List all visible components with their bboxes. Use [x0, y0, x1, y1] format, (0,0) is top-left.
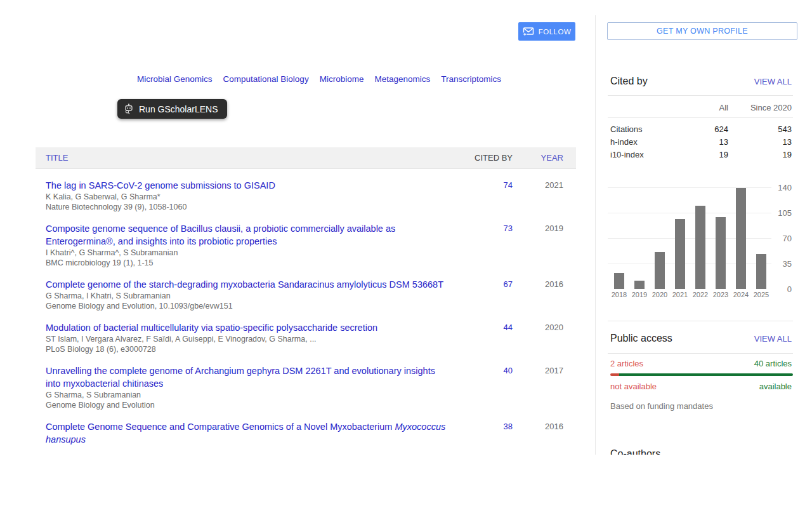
chart-plot-area — [608, 183, 771, 289]
public-access-progress-bar — [610, 373, 793, 376]
run-gscholarlens-button[interactable]: Run GScholarLENS — [117, 99, 227, 119]
article-year: 2020 — [513, 321, 576, 354]
robot-magnifier-icon — [124, 104, 134, 114]
metrics-row-h-index: h-index 13 13 — [608, 136, 798, 149]
article-authors: I Khatri^, G Sharma^, S Subramanian — [46, 248, 447, 258]
citation-bar[interactable] — [675, 219, 685, 289]
available-label: available — [759, 382, 792, 391]
sort-by-title-link[interactable]: TITLE — [46, 153, 68, 163]
available-count: 40 articles — [754, 359, 792, 368]
cited-by-view-all-link[interactable]: VIEW ALL — [754, 77, 792, 86]
articles-table-header: TITLE CITED BY YEAR — [36, 147, 576, 169]
metric-value-all: 13 — [690, 136, 728, 149]
citation-bar[interactable] — [756, 254, 766, 289]
divider — [608, 95, 793, 96]
citations-chart-xlabels: 20182019202020212022202320242025 — [609, 291, 771, 298]
chart-ytick-label: 0 — [787, 284, 792, 294]
citation-bar[interactable] — [716, 217, 726, 289]
article-row: Complete genome of the starch-degrading … — [36, 278, 576, 311]
article-title-link[interactable]: Unravelling the complete genome of Archa… — [46, 364, 447, 390]
metric-label: Citations — [610, 123, 690, 136]
article-venue: PLoS Biology 18 (6), e3000728 — [46, 344, 447, 354]
article-cited-by-link[interactable]: 44 — [462, 321, 513, 354]
article-title-link[interactable]: Complete genome of the starch-degrading … — [46, 278, 447, 291]
citation-bar[interactable] — [695, 206, 705, 289]
chart-ytick-label: 105 — [778, 208, 792, 218]
article-venue: Genome Biology and Evolution — [46, 400, 447, 410]
article-row: Unravelling the complete genome of Archa… — [36, 364, 576, 410]
citation-bar[interactable] — [614, 273, 624, 289]
follow-button-label: FOLLOW — [539, 28, 572, 36]
metric-value-all: 624 — [690, 123, 728, 136]
article-cited-by-link[interactable]: 73 — [462, 222, 513, 268]
article-authors: G Sharma, I Khatri, S Subramanian — [46, 291, 447, 301]
divider — [608, 353, 793, 354]
interest-link-microbial-genomics[interactable]: Microbial Genomics — [137, 74, 213, 84]
chart-year-label: 2019 — [629, 291, 650, 298]
article-year: 2017 — [513, 364, 576, 410]
article-year: 2016 — [513, 420, 576, 446]
article-cited-by-link[interactable]: 74 — [462, 179, 513, 212]
chart-year-label: 2020 — [650, 291, 670, 298]
interest-link-computational-biology[interactable]: Computational Biology — [223, 74, 309, 84]
article-row: Composite genome sequence of Bacillus cl… — [36, 222, 576, 268]
viewport-clip: FOLLOW GET MY OWN PROFILE Microbial Geno… — [0, 0, 812, 455]
chart-ytick-label: 35 — [783, 259, 792, 269]
metric-value-since: 543 — [728, 123, 792, 136]
chart-year-label: 2023 — [710, 291, 731, 298]
interest-link-metagenomics[interactable]: Metagenomics — [374, 74, 430, 84]
metrics-column-headers: All Since 2020 — [608, 102, 798, 114]
cited-by-header: Cited by VIEW ALL — [608, 76, 798, 87]
sort-by-year-link[interactable]: YEAR — [541, 153, 563, 163]
article-cited-by-link[interactable]: 67 — [462, 278, 513, 311]
sidebar: Cited by VIEW ALL All Since 2020 Citatio… — [608, 0, 798, 455]
public-access-title: Public access — [610, 333, 672, 344]
citation-bar[interactable] — [634, 281, 645, 289]
article-title-link[interactable]: Composite genome sequence of Bacillus cl… — [46, 222, 447, 248]
available-segment — [619, 373, 793, 376]
article-authors: K Kalia, G Saberwal, G Sharma* — [46, 192, 447, 202]
follow-button[interactable]: FOLLOW — [518, 22, 575, 41]
article-title-link[interactable]: Modulation of bacterial multicellularity… — [46, 321, 447, 334]
metric-value-all: 19 — [690, 149, 728, 161]
interest-link-microbiome[interactable]: Microbiome — [320, 74, 364, 84]
citations-per-year-chart: 20182019202020212022202320242025 1401057… — [608, 183, 798, 298]
interest-link-transcriptomics[interactable]: Transcriptomics — [441, 74, 501, 84]
public-access-view-all-link[interactable]: VIEW ALL — [754, 334, 792, 344]
metrics-row-citations: Citations 624 543 — [608, 123, 798, 136]
citation-bar[interactable] — [736, 188, 746, 289]
article-title-link[interactable]: Complete Genome Sequence and Comparative… — [46, 420, 447, 446]
article-venue: Nature Biotechnology 39 (9), 1058-1060 — [46, 202, 447, 212]
metrics-col-since: Since 2020 — [728, 102, 792, 114]
chart-year-label: 2025 — [751, 291, 771, 298]
not-available-count: 2 articles — [610, 359, 643, 368]
article-venue: BMC microbiology 19 (1), 1-15 — [46, 258, 447, 268]
metric-value-since: 13 — [728, 136, 792, 149]
cited-by-title: Cited by — [610, 76, 648, 87]
sort-by-cited-link[interactable]: CITED BY — [475, 153, 513, 163]
follow-envelope-plus-icon — [523, 27, 534, 36]
citation-bar[interactable] — [655, 252, 665, 289]
article-venue: Genome Biology and Evolution, 10.1093/gb… — [46, 301, 447, 311]
column-divider — [595, 15, 596, 455]
not-available-label: not available — [610, 382, 657, 391]
chart-year-label: 2024 — [731, 291, 751, 298]
coauthors-header: Co-authors — [608, 448, 798, 455]
interests-list: Microbial Genomics Computational Biology… — [137, 74, 501, 84]
metrics-row-i10-index: i10-index 19 19 — [608, 149, 798, 161]
metric-value-since: 19 — [728, 149, 792, 161]
run-gscholarlens-label: Run GScholarLENS — [139, 104, 218, 114]
coauthors-title: Co-authors — [610, 448, 660, 455]
public-access-counts: 2 articles 40 articles — [608, 359, 798, 368]
article-cited-by-link[interactable]: 40 — [462, 364, 513, 410]
article-cited-by-link[interactable]: 38 — [462, 420, 513, 446]
article-row: The lag in SARS-CoV-2 genome submissions… — [36, 179, 576, 212]
scholar-profile-page: FOLLOW GET MY OWN PROFILE Microbial Geno… — [0, 0, 812, 508]
citations-chart-bars — [609, 188, 771, 289]
metric-label: i10-index — [610, 149, 690, 161]
article-year: 2021 — [513, 179, 576, 212]
metrics-col-all: All — [690, 102, 728, 114]
article-row: Complete Genome Sequence and Comparative… — [36, 420, 576, 446]
article-title-link[interactable]: The lag in SARS-CoV-2 genome submissions… — [46, 179, 447, 192]
funding-mandates-note: Based on funding mandates — [608, 401, 798, 411]
